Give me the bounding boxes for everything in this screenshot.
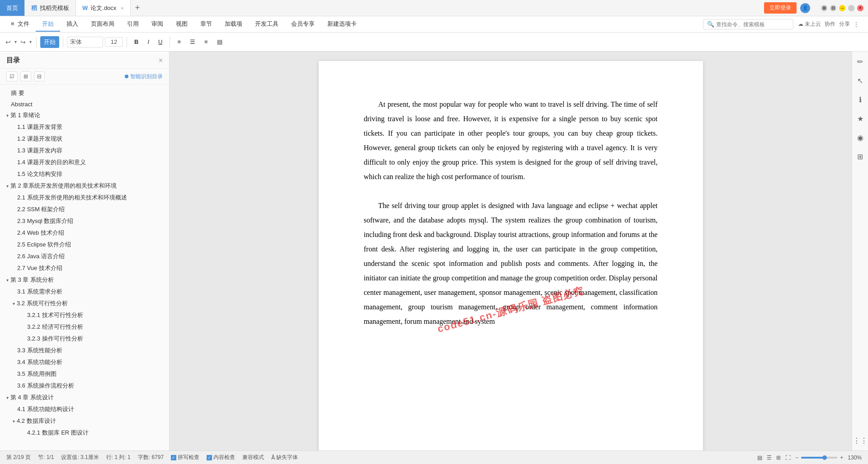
grid-icon[interactable]: ⊟ bbox=[830, 5, 836, 11]
toc-item[interactable]: 1.2 课题开发现状 bbox=[0, 133, 169, 145]
sidebar-close-btn[interactable]: × bbox=[159, 57, 163, 65]
view-grid-icon[interactable]: ⊞ bbox=[776, 455, 781, 461]
indent-btn[interactable]: ⊟ bbox=[34, 71, 45, 81]
start-tab-btn[interactable]: 开始 bbox=[40, 36, 59, 48]
spell-check-box[interactable]: ✓ bbox=[171, 455, 176, 460]
search-input[interactable] bbox=[716, 21, 784, 28]
menu-layout[interactable]: 页面布局 bbox=[85, 17, 121, 32]
layout-icon[interactable]: ⊞ bbox=[821, 5, 827, 11]
right-more-icon[interactable]: ⋮⋮ bbox=[854, 434, 867, 447]
toc-item[interactable]: ▾第 2 章系统开发所使用的相关技术和环境 bbox=[0, 180, 169, 192]
right-star-icon[interactable]: ★ bbox=[854, 112, 867, 125]
toc-item[interactable]: 2.7 Vue 技术介绍 bbox=[0, 262, 169, 274]
toc-arrow[interactable]: ▾ bbox=[6, 395, 9, 400]
spell-check-toggle[interactable]: ✓ 拼写检查 bbox=[171, 454, 199, 461]
menu-addons[interactable]: 加载项 bbox=[218, 17, 249, 32]
close-button[interactable]: × bbox=[857, 5, 863, 11]
toc-arrow[interactable]: ▾ bbox=[13, 419, 15, 424]
search-box[interactable]: 🔍 bbox=[703, 19, 793, 29]
tab-close-btn[interactable]: × bbox=[121, 5, 123, 11]
upgrade-button[interactable]: 立即登录 bbox=[764, 2, 797, 14]
menu-view[interactable]: 视图 bbox=[170, 17, 194, 32]
toc-item[interactable]: 2.5 Eclipse 软件介绍 bbox=[0, 239, 169, 251]
menu-start[interactable]: 开始 bbox=[36, 17, 60, 32]
right-edit-icon[interactable]: ✏ bbox=[854, 55, 867, 68]
toc-item[interactable]: ▾3.2 系统可行性分析 bbox=[0, 298, 169, 309]
user-avatar[interactable]: 👤 bbox=[800, 3, 810, 13]
toc-item[interactable]: 2.1 系统开发所使用的相关技术和环境概述 bbox=[0, 192, 169, 204]
toc-item[interactable]: ▾第 3 章 系统分析 bbox=[0, 274, 169, 286]
toc-item[interactable]: 1.5 论文结构安排 bbox=[0, 168, 169, 180]
view-normal-icon[interactable]: ▤ bbox=[757, 455, 762, 461]
toc-item[interactable]: 1.1 课题开发背景 bbox=[0, 121, 169, 133]
zoom-track[interactable] bbox=[801, 457, 837, 459]
toc-item[interactable]: Abstract bbox=[0, 99, 169, 109]
toc-arrow[interactable]: ▾ bbox=[13, 301, 15, 306]
toc-item[interactable]: 2.3 Mysql 数据库介绍 bbox=[0, 215, 169, 227]
content-check-toggle[interactable]: ✓ 内容检查 bbox=[207, 454, 235, 461]
tab-doc[interactable]: W 论文.docx × bbox=[76, 0, 131, 16]
undo-dropdown[interactable]: ▾ bbox=[14, 38, 18, 47]
toc-item[interactable]: ▾第 1 章绪论 bbox=[0, 109, 169, 121]
toc-arrow[interactable]: ▾ bbox=[6, 278, 9, 283]
menu-insert[interactable]: 插入 bbox=[60, 17, 85, 32]
italic-btn[interactable]: I bbox=[144, 37, 153, 47]
menu-dev[interactable]: 开发工具 bbox=[249, 17, 285, 32]
bold-btn[interactable]: B bbox=[131, 37, 142, 47]
align-left-btn[interactable]: ≡ bbox=[174, 37, 184, 47]
toc-item[interactable]: 3.2.1 技术可行性分析 bbox=[0, 309, 169, 321]
content-check-box[interactable]: ✓ bbox=[207, 455, 212, 460]
menu-review[interactable]: 审阅 bbox=[145, 17, 170, 32]
toc-item[interactable]: 2.4 Web 技术介绍 bbox=[0, 227, 169, 239]
collab-btn[interactable]: 协作 bbox=[825, 20, 835, 28]
redo-dropdown[interactable]: ▾ bbox=[28, 38, 33, 47]
menu-file[interactable]: ≡ 文件 bbox=[5, 17, 36, 32]
toc-item[interactable]: 2.6 Java 语言介绍 bbox=[0, 251, 169, 262]
toc-item[interactable]: 3.2.3 操作可行性分析 bbox=[0, 333, 169, 345]
menu-vip[interactable]: 会员专享 bbox=[285, 17, 321, 32]
undo-btn[interactable]: ↩ bbox=[4, 38, 13, 47]
maximize-button[interactable] bbox=[848, 5, 854, 11]
underline-btn[interactable]: U bbox=[155, 37, 166, 47]
right-eye-icon[interactable]: ◉ bbox=[854, 131, 867, 144]
toc-item[interactable]: 3.2.2 经济可行性分析 bbox=[0, 321, 169, 333]
tab-template[interactable]: 稻 找稻壳模板 bbox=[25, 0, 76, 16]
share-btn[interactable]: 分享 bbox=[839, 20, 850, 28]
toc-item[interactable]: 2.2 SSM 框架介绍 bbox=[0, 204, 169, 215]
document-page[interactable]: code51.cn-源码乐园 盗图必究 At present, the most… bbox=[319, 61, 703, 450]
zoom-out-btn[interactable]: − bbox=[795, 455, 798, 461]
view-list-icon[interactable]: ☰ bbox=[767, 455, 772, 461]
toc-item[interactable]: 1.4 课题开发的目的和意义 bbox=[0, 156, 169, 168]
zoom-slider[interactable]: − + bbox=[795, 455, 843, 461]
toc-item[interactable]: 3.5 系统用例图 bbox=[0, 368, 169, 380]
toc-item[interactable]: 3.4 系统功能分析 bbox=[0, 356, 169, 368]
more-btn[interactable]: ⋮ bbox=[854, 21, 859, 28]
toc-item[interactable]: ▾第 4 章 系统设计 bbox=[0, 392, 169, 403]
toc-arrow[interactable]: ▾ bbox=[6, 184, 9, 189]
toc-item[interactable]: ▾4.2 数据库设计 bbox=[0, 415, 169, 427]
menu-refs[interactable]: 引用 bbox=[121, 17, 145, 32]
toc-item[interactable]: 4.2.1 数据库 ER 图设计 bbox=[0, 427, 169, 439]
redo-btn[interactable]: ↪ bbox=[19, 38, 28, 47]
cloud-upload-btn[interactable]: ☁ 未上云 bbox=[798, 20, 821, 28]
toc-item[interactable]: 摘 要 bbox=[0, 87, 169, 99]
right-cursor-icon[interactable]: ↖ bbox=[854, 74, 867, 87]
view-fullscreen-icon[interactable]: ⛶ bbox=[785, 455, 791, 461]
right-info-icon[interactable]: ℹ bbox=[854, 93, 867, 106]
checkbox-btn[interactable]: ☑ bbox=[6, 71, 18, 81]
toc-item[interactable]: 3.6 系统操作流程分析 bbox=[0, 380, 169, 392]
right-layout-icon[interactable]: ⊞ bbox=[854, 150, 867, 163]
toc-item[interactable]: 3.3 系统性能分析 bbox=[0, 345, 169, 356]
align-right-btn[interactable]: ≡ bbox=[201, 37, 212, 47]
menu-chapter[interactable]: 章节 bbox=[194, 17, 218, 32]
ai-toc-btn[interactable]: 智能识别目录 bbox=[125, 73, 163, 80]
zoom-in-btn[interactable]: + bbox=[840, 455, 843, 461]
minimize-button[interactable]: − bbox=[839, 5, 845, 11]
toc-item[interactable]: 3.1 系统需求分析 bbox=[0, 286, 169, 298]
toc-arrow[interactable]: ▾ bbox=[6, 113, 9, 118]
align-center-btn[interactable]: ☰ bbox=[186, 37, 199, 47]
toc-item[interactable]: 1.3 课题开发内容 bbox=[0, 145, 169, 156]
tab-home[interactable]: 首页 bbox=[0, 0, 25, 16]
font-missing-toggle[interactable]: Ǎ 缺失字体 bbox=[271, 454, 298, 461]
add-section-btn[interactable]: ⊞ bbox=[20, 71, 31, 81]
